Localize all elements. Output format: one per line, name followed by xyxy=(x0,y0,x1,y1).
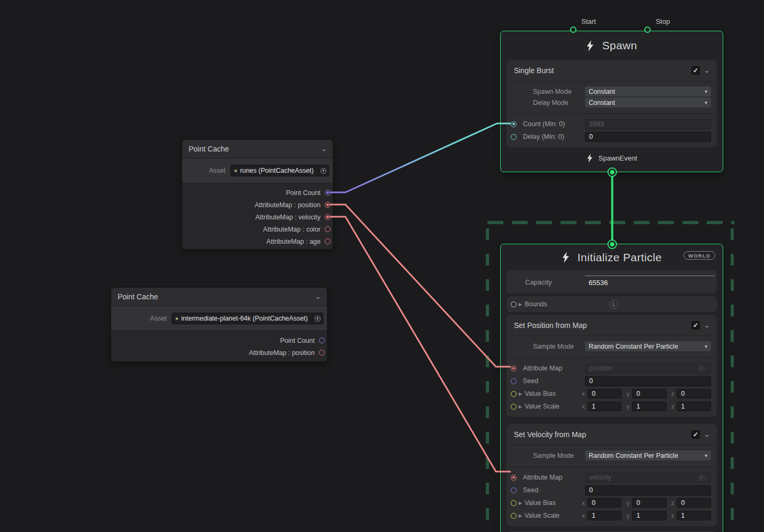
world-space-badge[interactable]: WORLD xyxy=(683,251,715,260)
attribute-map-field[interactable]: velocity xyxy=(585,473,711,483)
seed-label: Seed xyxy=(523,486,583,494)
expander-triangle-icon[interactable]: ▶ xyxy=(519,513,522,518)
expander-triangle-icon[interactable]: ▶ xyxy=(519,501,522,506)
bounds-input-port[interactable] xyxy=(511,302,517,307)
attribute-map-label: Attribute Map xyxy=(523,365,583,372)
value-bias-input-port[interactable] xyxy=(511,391,517,397)
value-scale-input-port[interactable] xyxy=(511,404,517,410)
local-space-icon[interactable]: L xyxy=(609,300,618,309)
value-scale-row: ▶ Value Scale x1 y1 z1 xyxy=(507,509,717,522)
set-position-header[interactable]: Set Position from Map ✓ ⌄ xyxy=(507,315,717,336)
attributemap-color-output-port[interactable] xyxy=(325,226,331,232)
value-scale-label: Value Scale xyxy=(525,403,578,410)
value-scale-x-field[interactable]: 1 xyxy=(588,511,622,520)
value-scale-y-field[interactable]: 1 xyxy=(632,402,667,411)
set-velocity-properties: Attribute Map velocity Seed 0 ▶ Value Bi… xyxy=(507,467,717,526)
vfx-graph-canvas[interactable]: Start Stop Spawn Single Burst ✓ ⌄ Spawn … xyxy=(0,0,764,532)
chevron-down-icon[interactable]: ⌄ xyxy=(703,322,710,329)
asset-object-field[interactable]: ✶ runes (PointCacheAsset) xyxy=(230,165,329,176)
spawn-node[interactable]: Start Stop Spawn Single Burst ✓ ⌄ Spawn … xyxy=(500,31,723,172)
value-bias-x-field[interactable]: 0 xyxy=(588,389,622,398)
chevron-down-icon[interactable]: ⌄ xyxy=(320,146,327,152)
asset-object-name: runes (PointCacheAsset) xyxy=(240,167,314,174)
value-bias-input-port[interactable] xyxy=(511,500,517,506)
point-cache-planet-node[interactable]: Point Cache ⌄ Asset ✶ intermediate-plane… xyxy=(111,287,327,362)
value-scale-z-field[interactable]: 1 xyxy=(677,511,711,520)
seed-input-port[interactable] xyxy=(511,378,517,384)
spawn-node-title-bar[interactable]: Spawn xyxy=(501,31,723,60)
single-burst-header[interactable]: Single Burst ✓ ⌄ xyxy=(507,60,717,82)
attribute-map-field[interactable]: position xyxy=(585,363,711,374)
value-bias-x-field[interactable]: 0 xyxy=(588,498,622,508)
delay-mode-dropdown[interactable]: Constant▾ xyxy=(585,97,711,108)
attributemap-position-output-port[interactable] xyxy=(325,202,331,208)
delay-input-port[interactable] xyxy=(511,134,517,140)
object-picker-icon[interactable] xyxy=(312,313,323,324)
capacity-field[interactable]: 65536 xyxy=(585,276,715,288)
point-cache-planet-header[interactable]: Point Cache ⌄ xyxy=(111,288,327,306)
expander-triangle-icon[interactable]: ▶ xyxy=(519,404,522,409)
chevron-down-icon[interactable]: ⌄ xyxy=(314,294,321,300)
count-field[interactable]: 3583 xyxy=(585,119,711,129)
point-cache-runes-node[interactable]: Point Cache ⌄ Asset ✶ runes (PointCacheA… xyxy=(182,139,333,250)
value-scale-z-field[interactable]: 1 xyxy=(677,402,711,411)
count-label: Count (Min: 0) xyxy=(523,120,583,128)
sample-mode-dropdown[interactable]: Random Constant Per Particle▾ xyxy=(585,341,711,351)
single-burst-checkbox[interactable]: ✓ xyxy=(691,66,700,75)
chevron-down-icon[interactable]: ⌄ xyxy=(703,67,710,74)
attribute-map-input-port[interactable] xyxy=(511,366,517,371)
point-cache-runes-header[interactable]: Point Cache ⌄ xyxy=(182,140,333,158)
initialize-title: Initialize Particle xyxy=(578,251,662,264)
set-position-checkbox[interactable]: ✓ xyxy=(691,321,700,330)
expander-triangle-icon[interactable]: ▶ xyxy=(519,392,522,396)
seed-field[interactable]: 0 xyxy=(585,376,711,386)
value-bias-z-field[interactable]: 0 xyxy=(677,389,711,398)
flow-input-port-stop[interactable] xyxy=(644,26,651,33)
spawn-mode-dropdown[interactable]: Constant▾ xyxy=(585,86,711,96)
attributemap-position-output-port[interactable] xyxy=(319,350,325,356)
value-bias-z-field[interactable]: 0 xyxy=(677,498,711,508)
edge-velocity-to-attributemap[interactable] xyxy=(330,217,511,472)
set-velocity-checkbox[interactable]: ✓ xyxy=(691,430,700,439)
attribute-map-label: Attribute Map xyxy=(523,474,583,481)
output-row-velocity: AttributeMap : velocity xyxy=(182,211,333,223)
edge-pointcount-to-count[interactable] xyxy=(330,123,511,192)
delay-field[interactable]: 0 xyxy=(585,132,711,142)
axis-y-label: y xyxy=(626,391,629,397)
attributemap-velocity-output-port[interactable] xyxy=(325,214,331,220)
count-input-port[interactable] xyxy=(511,121,517,127)
edge-position-to-attributemap[interactable] xyxy=(330,205,511,367)
value-bias-y-field[interactable]: 0 xyxy=(632,389,667,398)
axis-y-label: y xyxy=(626,500,629,506)
flow-input-label-stop: Stop xyxy=(647,17,679,25)
value-scale-x-field[interactable]: 1 xyxy=(588,402,622,411)
axis-z-label: z xyxy=(671,500,674,506)
flow-input-port-start[interactable] xyxy=(570,26,576,33)
attributemap-age-output-port[interactable] xyxy=(325,238,331,244)
initialize-particle-node[interactable]: Initialize Particle WORLD Capacity 65536… xyxy=(500,244,723,532)
object-picker-icon xyxy=(696,363,707,374)
seed-field[interactable]: 0 xyxy=(585,485,711,495)
value-scale-y-field[interactable]: 1 xyxy=(632,511,667,520)
point-count-output-port[interactable] xyxy=(319,338,325,343)
axis-x-label: x xyxy=(582,403,585,410)
point-count-output-port[interactable] xyxy=(325,190,331,196)
output-row-position: AttributeMap : position xyxy=(182,199,333,211)
seed-input-port[interactable] xyxy=(511,487,517,493)
asset-object-name: intermediate-planet-64k (PointCacheAsset… xyxy=(181,315,308,322)
set-velocity-header[interactable]: Set Velocity from Map ✓ ⌄ xyxy=(507,424,717,445)
capacity-label: Capacity xyxy=(507,278,585,286)
single-burst-title: Single Burst xyxy=(514,66,554,75)
sample-mode-dropdown[interactable]: Random Constant Per Particle▾ xyxy=(585,450,711,460)
single-burst-properties: Count (Min: 0) 3583 Delay (Min: 0) 0 xyxy=(507,114,717,147)
attribute-map-row: Attribute Map position xyxy=(507,362,717,375)
value-scale-input-port[interactable] xyxy=(511,513,517,519)
count-row: Count (Min: 0) 3583 xyxy=(507,118,717,130)
asset-object-field[interactable]: ✶ intermediate-planet-64k (PointCacheAss… xyxy=(172,313,323,324)
object-picker-icon[interactable] xyxy=(318,165,328,176)
chevron-down-icon[interactable]: ⌄ xyxy=(703,431,710,438)
value-bias-y-field[interactable]: 0 xyxy=(632,498,667,508)
expander-triangle-icon[interactable]: ▶ xyxy=(519,302,522,307)
attribute-map-input-port[interactable] xyxy=(511,475,517,481)
point-cache-asset-icon: ✶ xyxy=(234,168,238,174)
